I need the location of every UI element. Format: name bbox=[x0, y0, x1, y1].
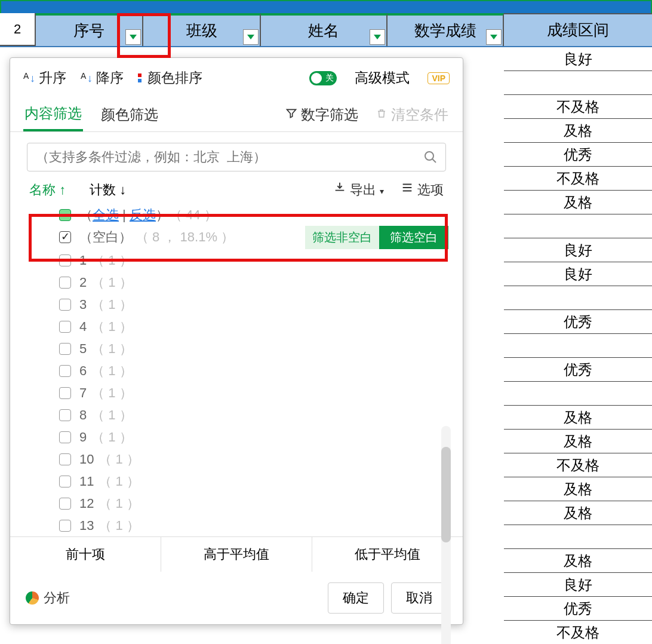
checkbox-icon[interactable] bbox=[59, 299, 71, 311]
below-average-button[interactable]: 低于平均值 bbox=[312, 537, 463, 572]
filter-item[interactable]: 8 （ 1 ） bbox=[28, 404, 452, 426]
filter-blank-button[interactable]: 筛选空白 bbox=[379, 226, 448, 249]
filter-item[interactable]: 7 （ 1 ） bbox=[28, 382, 452, 404]
data-cell[interactable]: 及格 bbox=[504, 119, 652, 143]
header-grade-range[interactable]: 成绩区间 bbox=[504, 13, 652, 46]
filter-dropdown-icon[interactable] bbox=[370, 29, 385, 45]
trash-icon bbox=[376, 108, 387, 119]
filter-item[interactable]: 12 （ 1 ） bbox=[28, 492, 452, 514]
checkbox-icon[interactable] bbox=[59, 409, 71, 421]
filter-item[interactable]: 1 （ 1 ） bbox=[28, 249, 452, 271]
data-cell[interactable]: 及格 bbox=[504, 477, 652, 501]
checkbox-icon[interactable] bbox=[59, 321, 71, 333]
options-button[interactable]: 选项 bbox=[401, 181, 444, 199]
header-name[interactable]: 姓名 bbox=[261, 13, 387, 46]
checkbox-icon[interactable] bbox=[59, 520, 71, 532]
data-cell[interactable]: 不及格 bbox=[504, 621, 652, 644]
checkbox-icon[interactable] bbox=[59, 365, 71, 377]
data-cell[interactable]: 不及格 bbox=[504, 95, 652, 119]
scrollbar[interactable] bbox=[441, 426, 451, 644]
filter-item[interactable]: 6 （ 1 ） bbox=[28, 360, 452, 382]
filter-item[interactable]: 10 （ 1 ） bbox=[28, 448, 452, 470]
color-sort-button[interactable]: 颜色排序 bbox=[138, 69, 202, 87]
top-ten-button[interactable]: 前十项 bbox=[10, 537, 161, 572]
advanced-mode-label: 高级模式 bbox=[355, 69, 410, 87]
data-cell[interactable]: 优秀 bbox=[504, 310, 652, 334]
data-cell[interactable] bbox=[504, 334, 652, 358]
data-cell[interactable] bbox=[504, 286, 652, 310]
filter-item[interactable]: 11 （ 1 ） bbox=[28, 470, 452, 492]
checkbox-icon[interactable] bbox=[59, 387, 71, 399]
select-all-row[interactable]: （全选 | 反选） （ 44 ） bbox=[28, 205, 452, 225]
sort-asc-icon bbox=[23, 71, 35, 85]
data-cell[interactable]: 及格 bbox=[504, 430, 652, 453]
data-cell[interactable]: 良好 bbox=[504, 262, 652, 286]
sort-descending-button[interactable]: 降序 bbox=[81, 69, 124, 87]
filter-item[interactable]: 5 （ 1 ） bbox=[28, 338, 452, 360]
checkbox-checked-icon[interactable] bbox=[59, 231, 71, 243]
data-cell[interactable] bbox=[504, 214, 652, 238]
sort-by-name[interactable]: 名称 ↑ bbox=[29, 181, 66, 199]
filter-not-blank-button[interactable]: 筛选非空白 bbox=[305, 226, 379, 249]
export-button[interactable]: 导出 ▾ bbox=[333, 181, 384, 199]
tab-number-filter[interactable]: 数字筛选 bbox=[284, 100, 360, 130]
checkbox-icon[interactable] bbox=[59, 343, 71, 355]
export-icon bbox=[333, 181, 346, 194]
checkbox-icon[interactable] bbox=[59, 277, 71, 289]
data-cell[interactable]: 及格 bbox=[504, 501, 652, 525]
row-number[interactable]: 2 bbox=[0, 13, 36, 46]
advanced-mode-toggle[interactable] bbox=[309, 71, 337, 85]
filter-value-list[interactable]: （全选 | 反选） （ 44 ） （空白） （ 8 ， 18.1% ） 筛选非空… bbox=[10, 205, 463, 536]
blank-row[interactable]: （空白） （ 8 ， 18.1% ） 筛选非空白 筛选空白 bbox=[28, 225, 452, 249]
funnel-icon bbox=[285, 108, 297, 119]
clear-conditions-button[interactable]: 清空条件 bbox=[375, 100, 450, 130]
menu-icon bbox=[401, 181, 414, 194]
checkbox-icon[interactable] bbox=[59, 453, 71, 465]
data-cell[interactable]: 不及格 bbox=[504, 167, 652, 191]
tab-content-filter[interactable]: 内容筛选 bbox=[23, 99, 83, 131]
filter-dropdown-icon[interactable] bbox=[243, 29, 259, 45]
analysis-button[interactable]: 分析 bbox=[26, 589, 70, 607]
data-cell[interactable]: 良好 bbox=[504, 47, 652, 71]
filter-item[interactable]: 9 （ 1 ） bbox=[28, 426, 452, 448]
tab-color-filter[interactable]: 颜色筛选 bbox=[100, 100, 159, 130]
cancel-button[interactable]: 取消 bbox=[391, 582, 447, 614]
select-all-link[interactable]: 全选 bbox=[93, 207, 119, 222]
checkbox-icon[interactable] bbox=[59, 498, 71, 510]
data-cell[interactable]: 及格 bbox=[504, 406, 652, 430]
data-cell[interactable]: 良好 bbox=[504, 238, 652, 262]
data-cell[interactable]: 不及格 bbox=[504, 453, 652, 477]
filter-item[interactable]: 3 （ 1 ） bbox=[28, 293, 452, 315]
data-cell[interactable]: 优秀 bbox=[504, 358, 652, 382]
sort-desc-icon bbox=[81, 71, 93, 85]
filter-item[interactable]: 2 （ 1 ） bbox=[28, 271, 452, 293]
pie-chart-icon bbox=[26, 591, 39, 605]
checkbox-icon[interactable] bbox=[59, 431, 71, 443]
data-cell[interactable]: 及格 bbox=[504, 549, 652, 573]
sort-ascending-button[interactable]: 升序 bbox=[23, 69, 66, 87]
filter-dropdown-icon[interactable] bbox=[486, 29, 502, 45]
checkbox-icon[interactable] bbox=[59, 476, 71, 487]
data-cell[interactable] bbox=[504, 382, 652, 406]
scrollbar-thumb[interactable] bbox=[441, 447, 451, 542]
data-cell[interactable]: 良好 bbox=[504, 573, 652, 597]
data-cell[interactable] bbox=[504, 71, 652, 95]
header-math-score[interactable]: 数学成绩 bbox=[387, 13, 504, 46]
ok-button[interactable]: 确定 bbox=[328, 582, 384, 614]
search-icon[interactable] bbox=[423, 150, 438, 164]
color-sort-icon bbox=[138, 73, 142, 82]
filter-item[interactable]: 4 （ 1 ） bbox=[28, 315, 452, 338]
filter-search-input[interactable] bbox=[27, 143, 446, 171]
svg-point-0 bbox=[425, 152, 433, 160]
filter-item[interactable]: 13 （ 1 ） bbox=[28, 514, 452, 536]
grade-range-column: 良好不及格及格优秀不及格及格良好良好优秀优秀及格及格不及格及格及格及格良好优秀不… bbox=[504, 47, 652, 644]
sort-by-count[interactable]: 计数 ↓ bbox=[90, 181, 126, 199]
data-cell[interactable]: 优秀 bbox=[504, 597, 652, 621]
checkbox-partial-icon[interactable] bbox=[59, 209, 71, 221]
checkbox-icon[interactable] bbox=[59, 254, 71, 266]
data-cell[interactable]: 优秀 bbox=[504, 143, 652, 167]
invert-selection-link[interactable]: 反选 bbox=[130, 207, 156, 222]
data-cell[interactable]: 及格 bbox=[504, 191, 652, 214]
above-average-button[interactable]: 高于平均值 bbox=[161, 537, 312, 572]
data-cell[interactable] bbox=[504, 525, 652, 549]
